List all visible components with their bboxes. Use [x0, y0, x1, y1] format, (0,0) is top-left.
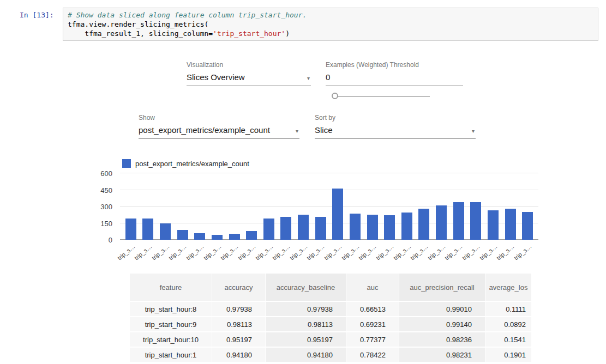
- table-cell: 0.94180: [212, 348, 265, 362]
- slider-track[interactable]: [334, 96, 430, 97]
- table-cell: 0.1541: [485, 332, 531, 347]
- table-cell: 0.97938: [212, 302, 265, 316]
- show-value[interactable]: post_export_metrics/example_count ▾: [139, 124, 299, 139]
- bar[interactable]: [280, 217, 291, 240]
- table-cell: 0.66513: [346, 302, 399, 316]
- bar-slot: [177, 173, 188, 240]
- show-selected: post_export_metrics/example_count: [139, 125, 270, 135]
- bar[interactable]: [418, 209, 429, 240]
- table-cell: 0.98231: [399, 348, 485, 362]
- code-comment: # Show data sliced along feature column …: [68, 10, 593, 20]
- bar-slot: [246, 173, 257, 240]
- sort-by-dropdown[interactable]: Sort by Slice ▾: [315, 114, 476, 139]
- threshold-slider[interactable]: [331, 92, 430, 101]
- table-cell: 0.98113: [266, 317, 346, 331]
- threshold-input[interactable]: 0: [326, 71, 463, 86]
- code-cell[interactable]: # Show data sliced along feature column …: [63, 8, 598, 41]
- show-dropdown[interactable]: Show post_export_metrics/example_count ▾: [139, 114, 299, 139]
- dropdown-arrow-icon[interactable]: ▾: [472, 128, 475, 134]
- bar-slot: [470, 173, 481, 240]
- bar[interactable]: [263, 219, 274, 240]
- bar-slot: [522, 173, 533, 240]
- bar[interactable]: [194, 233, 205, 240]
- bar[interactable]: [332, 189, 343, 240]
- bar-slot: [212, 173, 223, 240]
- table-cell: trip_start_hour:9: [130, 317, 212, 331]
- bar[interactable]: [384, 215, 395, 240]
- bar[interactable]: [470, 202, 481, 240]
- bar-slot: [350, 173, 361, 240]
- table-cell: 0.69231: [346, 317, 399, 331]
- table-header-cell[interactable]: auc: [346, 274, 399, 301]
- bar[interactable]: [229, 234, 240, 240]
- legend-label: post_export_metrics/example_count: [135, 160, 249, 168]
- bar[interactable]: [522, 212, 533, 240]
- bar[interactable]: [350, 214, 361, 240]
- table-cell: 0.95197: [212, 332, 265, 347]
- threshold-field[interactable]: Examples (Weighted) Threshold 0: [326, 61, 463, 86]
- table-row: trip_start_hour:10.941800.941800.784220.…: [130, 348, 531, 362]
- chart-y-axis: 0150300450600: [92, 173, 117, 240]
- y-tick-label: 150: [100, 219, 112, 227]
- bar-slot: [488, 173, 499, 240]
- code-line-2: tfma.view.render_slicing_metrics(: [68, 20, 593, 29]
- bar[interactable]: [505, 209, 516, 240]
- metrics-table: featureaccuracyaccuracy_baselineaucauc_p…: [129, 272, 531, 364]
- bar-slot: [367, 173, 378, 240]
- bar[interactable]: [488, 210, 499, 240]
- bar-slot: [160, 173, 171, 240]
- table-cell: 0.94180: [266, 348, 346, 362]
- bar-slot: [315, 173, 326, 240]
- visualization-value[interactable]: Slices Overview ▾: [187, 71, 311, 86]
- sort-by-label: Sort by: [315, 114, 476, 122]
- chart-plot: [120, 173, 538, 240]
- code-line-3: tfma_result_1, slicing_column='trip_star…: [68, 29, 593, 38]
- dropdown-arrow-icon[interactable]: ▾: [296, 128, 298, 134]
- bar[interactable]: [315, 217, 326, 240]
- table-cell: trip_start_hour:1: [130, 348, 212, 362]
- table-row: trip_start_hour:80.979380.979380.665130.…: [130, 302, 531, 316]
- table-header-cell[interactable]: feature: [130, 274, 212, 301]
- chart-x-axis: trip_s…trip_s…trip_s…trip_s…trip_s…trip_…: [120, 241, 538, 264]
- visualization-selected: Slices Overview: [187, 72, 245, 82]
- table-cell: 0.99010: [399, 302, 485, 316]
- y-tick-label: 0: [109, 236, 112, 244]
- bar-slot: [125, 173, 136, 240]
- bar-slot: [298, 173, 309, 240]
- cell-prompt: In [13]:: [20, 11, 54, 19]
- y-tick-label: 300: [100, 203, 112, 211]
- bar[interactable]: [436, 205, 447, 240]
- threshold-value: 0: [326, 72, 330, 82]
- dropdown-arrow-icon[interactable]: ▾: [307, 75, 310, 81]
- table-header-cell[interactable]: auc_precision_recall: [399, 274, 485, 301]
- sort-by-value[interactable]: Slice ▾: [315, 124, 476, 139]
- bar[interactable]: [367, 215, 378, 240]
- show-label: Show: [139, 114, 299, 122]
- bar-slot: [280, 173, 291, 240]
- table-cell: 0.77377: [346, 332, 399, 347]
- slider-thumb[interactable]: [332, 93, 338, 99]
- y-tick-label: 450: [100, 186, 112, 194]
- code-string: 'trip_start_hour': [213, 29, 285, 38]
- table-header-row: featureaccuracyaccuracy_baselineaucauc_p…: [130, 274, 531, 301]
- bar[interactable]: [160, 223, 171, 240]
- bar[interactable]: [125, 219, 136, 240]
- table-header-cell[interactable]: average_los: [485, 274, 531, 301]
- bar[interactable]: [401, 213, 412, 240]
- table-header-cell[interactable]: accuracy: [212, 274, 265, 301]
- code-line-3-pre: tfma_result_1, slicing_column=: [68, 29, 213, 38]
- chart-legend: post_export_metrics/example_count: [122, 159, 249, 168]
- bar[interactable]: [298, 215, 309, 240]
- table-cell: 0.97938: [266, 302, 346, 316]
- code-line-3-close: ): [285, 29, 290, 38]
- bar[interactable]: [142, 219, 153, 240]
- visualization-dropdown[interactable]: Visualization Slices Overview ▾: [187, 61, 311, 86]
- table-cell: 0.95197: [266, 332, 346, 347]
- bar[interactable]: [453, 202, 464, 240]
- table-header-cell[interactable]: accuracy_baseline: [266, 274, 346, 301]
- bar-slot: [263, 173, 274, 240]
- bar-slot: [142, 173, 153, 240]
- bar[interactable]: [212, 235, 223, 240]
- bar[interactable]: [246, 231, 257, 240]
- bar[interactable]: [177, 230, 188, 240]
